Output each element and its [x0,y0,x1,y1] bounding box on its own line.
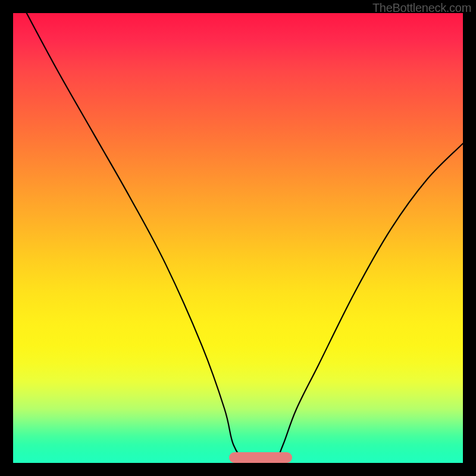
optimal-range-band [229,452,292,463]
curve-svg [13,13,463,463]
bottleneck-curve [27,13,463,463]
chart-frame [13,13,463,463]
watermark-text: TheBottleneck.com [372,1,471,15]
